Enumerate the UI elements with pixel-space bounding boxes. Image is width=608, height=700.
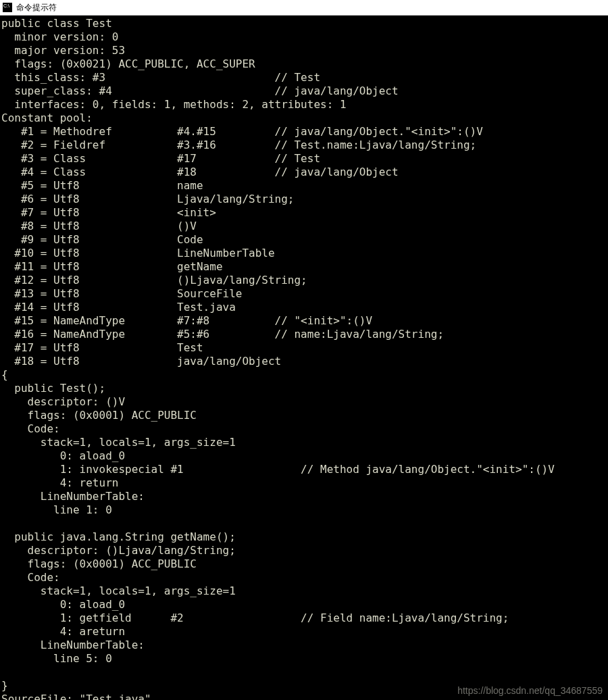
window-title: 命令提示符 <box>16 2 57 14</box>
window-titlebar: 命令提示符 <box>0 0 608 16</box>
terminal-output[interactable]: public class Test minor version: 0 major… <box>0 16 608 700</box>
watermark-text: https://blog.csdn.net/qq_34687559 <box>457 685 603 696</box>
cmd-icon <box>3 3 12 12</box>
